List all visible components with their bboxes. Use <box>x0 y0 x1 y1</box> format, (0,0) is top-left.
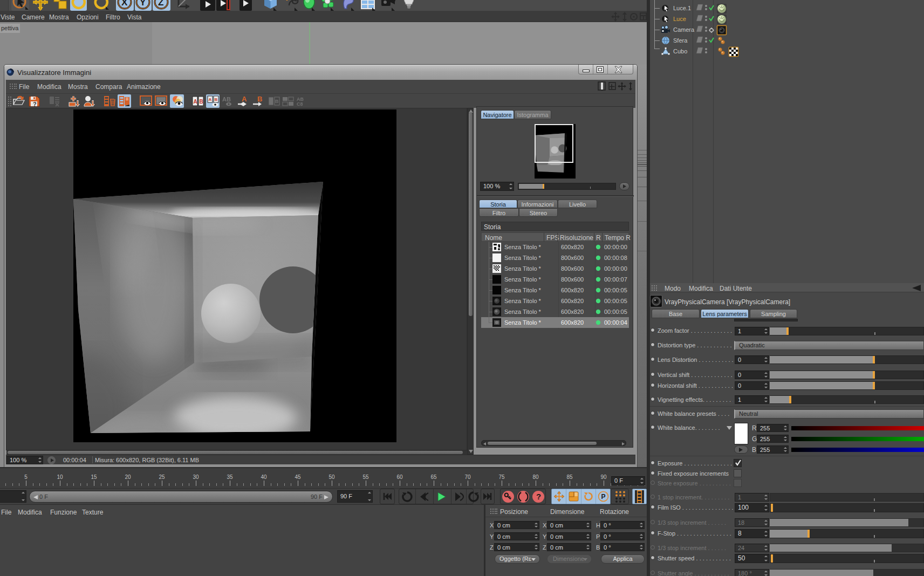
svg-text:P: P <box>601 493 606 500</box>
svg-text:B: B <box>215 97 218 102</box>
svg-text:X: X <box>121 0 128 8</box>
svg-text:AB: AB <box>222 96 231 102</box>
svg-text:C8: C8 <box>297 101 303 107</box>
svg-text:Z: Z <box>158 0 163 8</box>
svg-text:B: B <box>200 99 203 105</box>
svg-text:?: ? <box>536 492 541 501</box>
svg-text:?: ? <box>33 101 37 107</box>
svg-text:A: A <box>242 95 247 103</box>
svg-text:B: B <box>257 95 262 103</box>
svg-text:A: A <box>209 97 212 102</box>
svg-text:A: A <box>194 99 197 105</box>
svg-text:Y: Y <box>140 0 146 8</box>
svg-text:B: B <box>275 99 279 104</box>
